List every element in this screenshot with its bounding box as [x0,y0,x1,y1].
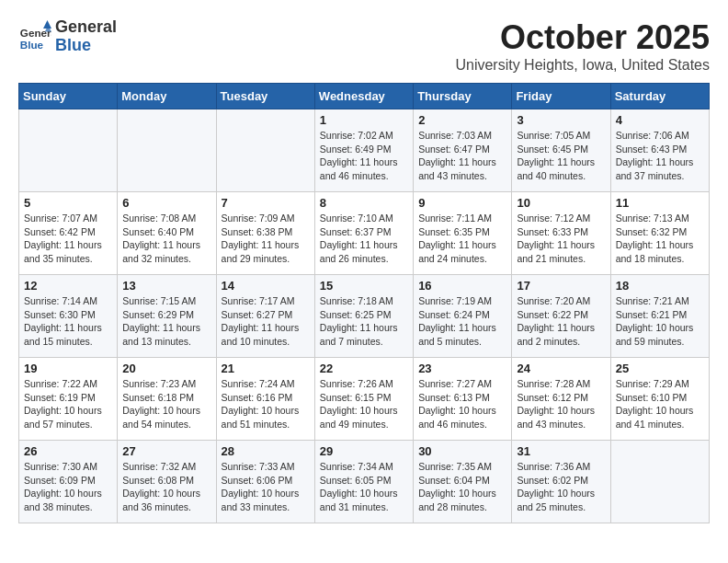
day-info: Sunrise: 7:14 AM Sunset: 6:30 PM Dayligh… [24,294,112,349]
calendar-cell: 24Sunrise: 7:28 AM Sunset: 6:12 PM Dayli… [512,358,610,441]
calendar-cell: 1Sunrise: 7:02 AM Sunset: 6:49 PM Daylig… [314,109,413,192]
calendar-cell: 4Sunrise: 7:06 AM Sunset: 6:43 PM Daylig… [610,109,709,192]
calendar-cell: 28Sunrise: 7:33 AM Sunset: 6:06 PM Dayli… [216,441,314,523]
calendar-cell: 2Sunrise: 7:03 AM Sunset: 6:47 PM Daylig… [414,109,512,192]
title-block: October 2025 University Heights, Iowa, U… [455,18,710,74]
day-info: Sunrise: 7:24 AM Sunset: 6:16 PM Dayligh… [222,377,310,431]
day-info: Sunrise: 7:17 AM Sunset: 6:27 PM Dayligh… [222,294,310,349]
day-info: Sunrise: 7:11 AM Sunset: 6:35 PM Dayligh… [418,212,506,266]
calendar-cell: 25Sunrise: 7:29 AM Sunset: 6:10 PM Dayli… [610,358,709,441]
day-info: Sunrise: 7:13 AM Sunset: 6:32 PM Dayligh… [616,212,704,266]
week-row-3: 12Sunrise: 7:14 AM Sunset: 6:30 PM Dayli… [19,275,710,358]
calendar-cell: 6Sunrise: 7:08 AM Sunset: 6:40 PM Daylig… [118,192,216,275]
day-number: 22 [320,362,408,375]
day-number: 16 [418,279,506,293]
calendar-cell: 7Sunrise: 7:09 AM Sunset: 6:38 PM Daylig… [216,192,314,275]
logo: General Blue General Blue [18,18,117,55]
header-thursday: Thursday [414,84,512,109]
day-info: Sunrise: 7:29 AM Sunset: 6:10 PM Dayligh… [616,377,704,431]
day-number: 20 [122,362,210,375]
calendar-cell [19,109,118,192]
day-number: 18 [616,279,704,293]
day-number: 23 [418,362,506,375]
calendar-table: SundayMondayTuesdayWednesdayThursdayFrid… [18,83,710,523]
calendar-cell: 12Sunrise: 7:14 AM Sunset: 6:30 PM Dayli… [19,275,118,358]
day-info: Sunrise: 7:08 AM Sunset: 6:40 PM Dayligh… [122,212,210,266]
day-info: Sunrise: 7:27 AM Sunset: 6:13 PM Dayligh… [418,377,506,431]
calendar-cell: 13Sunrise: 7:15 AM Sunset: 6:29 PM Dayli… [118,275,216,358]
day-number: 26 [24,444,112,458]
header-sunday: Sunday [19,84,118,109]
day-number: 10 [517,196,605,210]
location-text: University Heights, Iowa, United States [455,57,710,74]
week-row-5: 26Sunrise: 7:30 AM Sunset: 6:09 PM Dayli… [19,441,710,523]
calendar-cell: 29Sunrise: 7:34 AM Sunset: 6:05 PM Dayli… [314,441,413,523]
calendar-cell: 10Sunrise: 7:12 AM Sunset: 6:33 PM Dayli… [512,192,610,275]
calendar-cell: 27Sunrise: 7:32 AM Sunset: 6:08 PM Dayli… [118,441,216,523]
day-info: Sunrise: 7:02 AM Sunset: 6:49 PM Dayligh… [320,129,408,183]
day-info: Sunrise: 7:09 AM Sunset: 6:38 PM Dayligh… [222,212,310,266]
day-info: Sunrise: 7:06 AM Sunset: 6:43 PM Dayligh… [616,129,704,183]
week-row-2: 5Sunrise: 7:07 AM Sunset: 6:42 PM Daylig… [19,192,710,275]
day-number: 31 [517,444,605,458]
calendar-cell: 15Sunrise: 7:18 AM Sunset: 6:25 PM Dayli… [314,275,413,358]
header-tuesday: Tuesday [216,84,314,109]
calendar-cell: 31Sunrise: 7:36 AM Sunset: 6:02 PM Dayli… [512,441,610,523]
day-info: Sunrise: 7:28 AM Sunset: 6:12 PM Dayligh… [517,377,605,431]
day-number: 6 [122,196,210,210]
svg-text:Blue: Blue [20,38,44,50]
day-number: 13 [122,279,210,293]
day-number: 12 [24,279,112,293]
day-info: Sunrise: 7:10 AM Sunset: 6:37 PM Dayligh… [320,212,408,266]
header-saturday: Saturday [610,84,709,109]
header-friday: Friday [512,84,610,109]
header-wednesday: Wednesday [314,84,413,109]
day-number: 21 [222,362,310,375]
day-number: 29 [320,444,408,458]
day-info: Sunrise: 7:33 AM Sunset: 6:06 PM Dayligh… [222,460,310,514]
day-info: Sunrise: 7:22 AM Sunset: 6:19 PM Dayligh… [24,377,112,431]
day-number: 9 [418,196,506,210]
day-number: 4 [616,113,704,127]
day-number: 8 [320,196,408,210]
day-number: 24 [517,362,605,375]
calendar-cell: 9Sunrise: 7:11 AM Sunset: 6:35 PM Daylig… [414,192,512,275]
day-info: Sunrise: 7:03 AM Sunset: 6:47 PM Dayligh… [418,129,506,183]
day-number: 28 [222,444,310,458]
day-number: 2 [418,113,506,127]
logo-general-text: General [55,17,117,36]
week-row-4: 19Sunrise: 7:22 AM Sunset: 6:19 PM Dayli… [19,358,710,441]
week-row-1: 1Sunrise: 7:02 AM Sunset: 6:49 PM Daylig… [19,109,710,192]
day-number: 7 [222,196,310,210]
calendar-cell: 8Sunrise: 7:10 AM Sunset: 6:37 PM Daylig… [314,192,413,275]
calendar-cell: 14Sunrise: 7:17 AM Sunset: 6:27 PM Dayli… [216,275,314,358]
calendar-cell: 21Sunrise: 7:24 AM Sunset: 6:16 PM Dayli… [216,358,314,441]
calendar-cell [118,109,216,192]
header-monday: Monday [118,84,216,109]
day-number: 3 [517,113,605,127]
page-header: General Blue General Blue October 2025 U… [18,18,710,74]
calendar-cell: 3Sunrise: 7:05 AM Sunset: 6:45 PM Daylig… [512,109,610,192]
logo-blue-text: Blue [55,36,91,54]
calendar-cell: 30Sunrise: 7:35 AM Sunset: 6:04 PM Dayli… [414,441,512,523]
calendar-cell: 20Sunrise: 7:23 AM Sunset: 6:18 PM Dayli… [118,358,216,441]
calendar-cell: 17Sunrise: 7:20 AM Sunset: 6:22 PM Dayli… [512,275,610,358]
day-info: Sunrise: 7:21 AM Sunset: 6:21 PM Dayligh… [616,294,704,349]
day-number: 17 [517,279,605,293]
day-info: Sunrise: 7:35 AM Sunset: 6:04 PM Dayligh… [418,460,506,514]
day-number: 5 [24,196,112,210]
day-info: Sunrise: 7:07 AM Sunset: 6:42 PM Dayligh… [24,212,112,266]
day-info: Sunrise: 7:34 AM Sunset: 6:05 PM Dayligh… [320,460,408,514]
month-title: October 2025 [455,18,710,57]
day-info: Sunrise: 7:12 AM Sunset: 6:33 PM Dayligh… [517,212,605,266]
calendar-cell: 22Sunrise: 7:26 AM Sunset: 6:15 PM Dayli… [314,358,413,441]
day-number: 14 [222,279,310,293]
calendar-cell: 18Sunrise: 7:21 AM Sunset: 6:21 PM Dayli… [610,275,709,358]
day-number: 27 [122,444,210,458]
day-number: 11 [616,196,704,210]
header-row: SundayMondayTuesdayWednesdayThursdayFrid… [19,84,710,109]
day-info: Sunrise: 7:19 AM Sunset: 6:24 PM Dayligh… [418,294,506,349]
calendar-cell: 16Sunrise: 7:19 AM Sunset: 6:24 PM Dayli… [414,275,512,358]
day-info: Sunrise: 7:30 AM Sunset: 6:09 PM Dayligh… [24,460,112,514]
day-number: 30 [418,444,506,458]
